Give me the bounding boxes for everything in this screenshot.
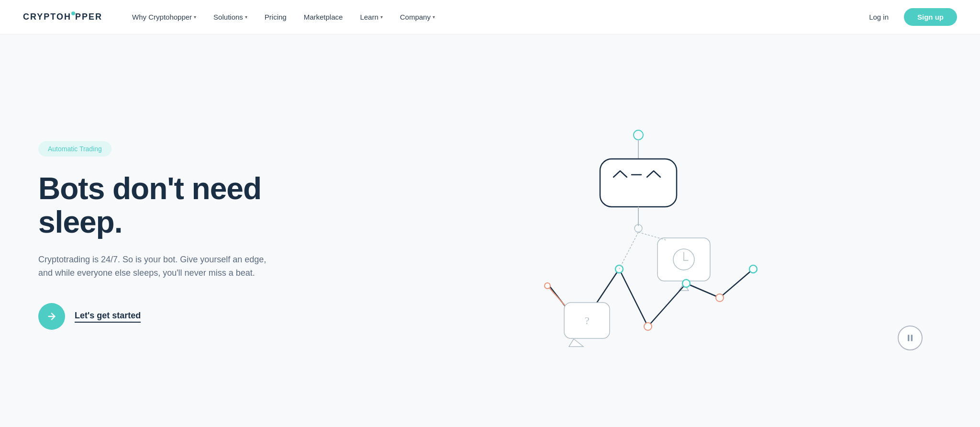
svg-text:?: ? xyxy=(585,315,590,326)
svg-point-17 xyxy=(545,283,550,289)
chevron-down-icon: ▾ xyxy=(194,14,196,20)
signup-button[interactable]: Sign up xyxy=(904,8,957,26)
nav-item-company[interactable]: Company ▾ xyxy=(393,9,442,25)
svg-point-16 xyxy=(749,265,757,273)
svg-marker-20 xyxy=(569,339,583,347)
cta-row: Let's get started xyxy=(38,303,306,330)
chevron-down-icon: ▾ xyxy=(433,14,435,20)
nav-item-why[interactable]: Why Cryptohopper ▾ xyxy=(125,9,203,25)
logo-text-2: PPER xyxy=(75,12,102,22)
svg-line-22 xyxy=(619,232,638,269)
nav-item-learn[interactable]: Learn ▾ xyxy=(353,9,389,25)
login-button[interactable]: Log in xyxy=(861,9,896,25)
hero-illustration: ? xyxy=(335,92,942,379)
logo-text: CRYPTOH xyxy=(23,12,71,22)
nav-pricing-label: Pricing xyxy=(265,13,287,21)
svg-point-1 xyxy=(634,130,643,140)
nav-learn-label: Learn xyxy=(360,13,378,21)
hero-section: Automatic Trading Bots don't need sleep.… xyxy=(0,34,980,427)
hero-title: Bots don't need sleep. xyxy=(38,172,306,239)
hero-badge: Automatic Trading xyxy=(38,141,111,157)
pause-button[interactable] xyxy=(898,326,923,350)
nav-right: Log in Sign up xyxy=(861,8,957,26)
main-nav: CRYPTOHPPER Why Cryptohopper ▾ Solutions… xyxy=(0,0,980,34)
nav-item-solutions[interactable]: Solutions ▾ xyxy=(207,9,254,25)
svg-rect-3 xyxy=(600,159,677,207)
logo-dot-icon xyxy=(71,11,75,15)
svg-rect-24 xyxy=(911,335,913,341)
nav-item-marketplace[interactable]: Marketplace xyxy=(297,9,350,25)
svg-point-14 xyxy=(682,280,690,287)
nav-links: Why Cryptohopper ▾ Solutions ▾ Pricing M… xyxy=(125,9,861,25)
cta-label[interactable]: Let's get started xyxy=(75,311,141,323)
cta-arrow-button[interactable] xyxy=(38,303,65,330)
nav-why-label: Why Cryptohopper xyxy=(132,13,192,21)
svg-point-15 xyxy=(716,294,724,302)
chevron-down-icon: ▾ xyxy=(245,14,247,20)
pause-icon xyxy=(905,333,915,343)
nav-solutions-label: Solutions xyxy=(213,13,243,21)
svg-rect-23 xyxy=(908,335,909,341)
hero-content: Automatic Trading Bots don't need sleep.… xyxy=(38,141,335,330)
svg-point-13 xyxy=(644,323,652,330)
nav-marketplace-label: Marketplace xyxy=(304,13,343,21)
logo[interactable]: CRYPTOHPPER xyxy=(23,12,102,22)
nav-item-pricing[interactable]: Pricing xyxy=(258,9,293,25)
hero-description: Cryptotrading is 24/7. So is your bot. G… xyxy=(38,253,268,281)
login-label: Log in xyxy=(869,13,889,21)
arrow-right-icon xyxy=(46,311,57,322)
nav-company-label: Company xyxy=(400,13,431,21)
trading-bot-illustration: ? xyxy=(500,97,777,374)
chevron-down-icon: ▾ xyxy=(380,14,383,20)
